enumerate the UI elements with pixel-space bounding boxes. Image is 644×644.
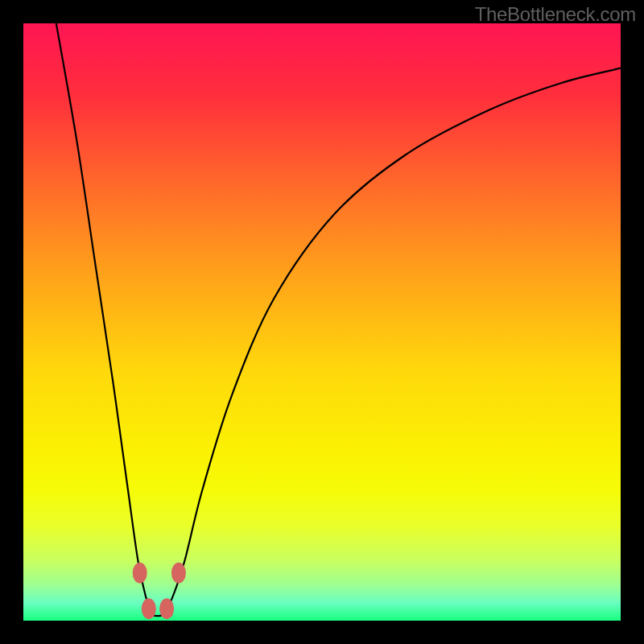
curve-marker xyxy=(171,563,186,584)
curve-marker xyxy=(159,598,174,619)
gradient-background xyxy=(23,23,621,621)
chart-frame: TheBottleneck.com xyxy=(0,0,644,644)
watermark-text: TheBottleneck.com xyxy=(475,3,636,26)
chart-plot-area xyxy=(23,23,621,621)
curve-marker xyxy=(133,563,147,584)
chart-svg xyxy=(23,23,621,621)
curve-marker xyxy=(142,598,156,619)
